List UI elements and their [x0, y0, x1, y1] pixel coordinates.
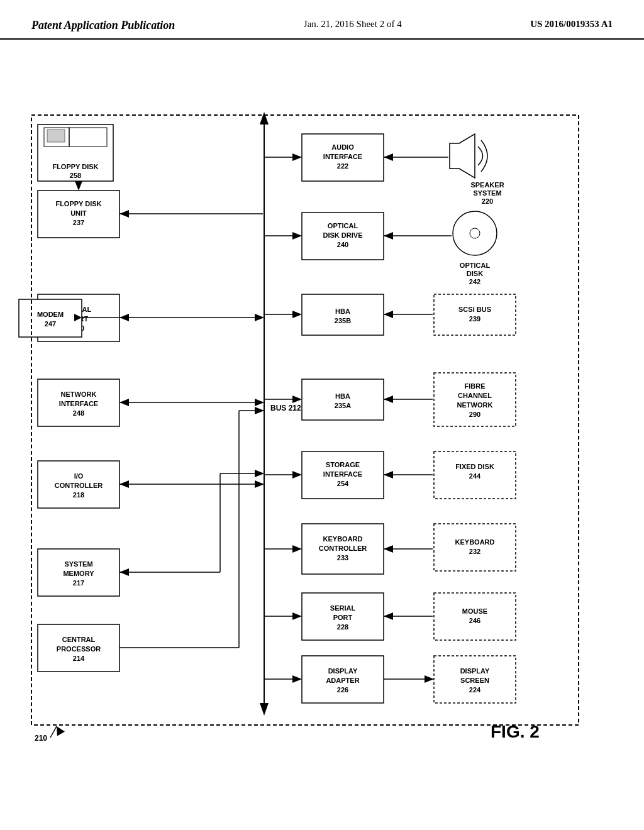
- svg-marker-26: [255, 480, 264, 488]
- patent-diagram: BUS 212 CENTRAL PROCESSOR 214 SYSTEM MEM…: [0, 46, 644, 788]
- svg-marker-33: [255, 399, 264, 406]
- svg-text:222: 222: [337, 162, 348, 170]
- svg-text:OPTICAL: OPTICAL: [460, 262, 491, 269]
- svg-marker-41: [119, 314, 129, 321]
- svg-text:INTERFACE: INTERFACE: [323, 153, 362, 160]
- svg-text:INTERFACE: INTERFACE: [59, 400, 98, 407]
- svg-marker-47: [119, 210, 129, 218]
- svg-text:SCSI BUS: SCSI BUS: [458, 306, 491, 313]
- svg-marker-104: [384, 612, 393, 620]
- svg-text:FIBRE: FIBRE: [465, 382, 486, 390]
- patent-number: US 2016/0019353 A1: [530, 19, 613, 30]
- svg-marker-20: [119, 568, 129, 576]
- svg-marker-109: [384, 545, 393, 553]
- svg-text:MOUSE: MOUSE: [462, 607, 487, 615]
- svg-text:DISPLAY: DISPLAY: [460, 667, 490, 675]
- svg-marker-134: [450, 134, 475, 178]
- svg-text:BUS 212: BUS 212: [270, 404, 301, 412]
- svg-text:KEYBOARD: KEYBOARD: [455, 538, 495, 546]
- svg-text:SYSTEM: SYSTEM: [473, 189, 501, 197]
- svg-text:224: 224: [469, 686, 481, 694]
- svg-text:290: 290: [469, 411, 480, 418]
- svg-text:235A: 235A: [335, 402, 351, 409]
- svg-marker-53: [292, 675, 302, 683]
- svg-marker-65: [292, 545, 302, 553]
- svg-marker-76: [292, 396, 302, 403]
- svg-text:233: 233: [337, 554, 348, 562]
- svg-text:DISK DRIVE: DISK DRIVE: [323, 231, 363, 239]
- svg-marker-147: [75, 181, 82, 191]
- svg-text:KEYBOARD: KEYBOARD: [323, 535, 363, 543]
- svg-text:CONTROLLER: CONTROLLER: [319, 545, 367, 552]
- svg-text:210: 210: [35, 734, 47, 743]
- svg-text:SYSTEM: SYSTEM: [64, 560, 92, 568]
- svg-marker-1: [260, 112, 269, 124]
- svg-text:226: 226: [337, 686, 348, 694]
- diagram-area: BUS 212 CENTRAL PROCESSOR 214 SYSTEM MEM…: [0, 46, 644, 788]
- sheet-info: Jan. 21, 2016 Sheet 2 of 4: [304, 19, 402, 30]
- svg-text:214: 214: [73, 655, 85, 662]
- svg-text:I/O: I/O: [74, 472, 84, 480]
- svg-text:247: 247: [45, 320, 56, 328]
- svg-text:220: 220: [482, 197, 493, 205]
- svg-marker-139: [384, 153, 393, 161]
- svg-text:UNIT: UNIT: [70, 209, 87, 217]
- svg-marker-19: [255, 470, 264, 477]
- svg-marker-34: [119, 399, 129, 406]
- svg-text:CHANNEL: CHANNEL: [458, 392, 492, 399]
- svg-rect-149: [19, 299, 82, 337]
- svg-text:237: 237: [73, 219, 84, 226]
- svg-text:MEMORY: MEMORY: [63, 570, 94, 577]
- svg-text:240: 240: [337, 241, 348, 248]
- svg-text:SCREEN: SCREEN: [460, 677, 489, 684]
- svg-text:242: 242: [469, 278, 480, 285]
- svg-text:244: 244: [469, 472, 481, 480]
- svg-text:OPTICAL: OPTICAL: [328, 222, 358, 230]
- svg-text:INTERFACE: INTERFACE: [323, 470, 362, 478]
- svg-text:228: 228: [337, 623, 348, 631]
- svg-text:217: 217: [73, 579, 84, 587]
- svg-marker-87: [292, 232, 302, 240]
- svg-text:FIG. 2: FIG. 2: [491, 722, 540, 741]
- svg-marker-126: [384, 311, 393, 318]
- svg-marker-2: [260, 703, 269, 716]
- svg-marker-71: [292, 471, 302, 479]
- svg-marker-93: [292, 153, 302, 161]
- svg-marker-81: [292, 311, 302, 318]
- svg-text:MODEM: MODEM: [37, 311, 64, 318]
- svg-text:235B: 235B: [335, 317, 351, 324]
- svg-text:232: 232: [469, 548, 480, 555]
- svg-rect-115: [434, 373, 516, 426]
- svg-text:STORAGE: STORAGE: [326, 461, 360, 468]
- svg-line-156: [50, 726, 57, 738]
- svg-text:ADAPTER: ADAPTER: [326, 677, 359, 684]
- svg-text:NETWORK: NETWORK: [61, 390, 97, 398]
- svg-marker-27: [119, 480, 129, 488]
- svg-text:DISPLAY: DISPLAY: [328, 667, 358, 675]
- svg-text:PORT: PORT: [333, 614, 353, 621]
- svg-text:CONTROLLER: CONTROLLER: [55, 482, 103, 489]
- publication-title: Patent Application Publication: [31, 19, 175, 32]
- svg-text:FLOPPY DISK: FLOPPY DISK: [55, 200, 101, 208]
- svg-marker-114: [384, 471, 393, 479]
- svg-text:258: 258: [70, 172, 81, 179]
- svg-marker-40: [255, 314, 264, 321]
- svg-marker-59: [292, 612, 302, 620]
- svg-point-128: [470, 228, 480, 238]
- svg-marker-133: [384, 232, 393, 240]
- svg-marker-121: [384, 396, 393, 403]
- svg-text:CENTRAL: CENTRAL: [62, 636, 96, 643]
- svg-marker-99: [425, 675, 434, 683]
- svg-text:DISK: DISK: [467, 270, 483, 277]
- page-header: Patent Application Publication Jan. 21, …: [0, 0, 644, 40]
- svg-rect-142: [47, 130, 65, 142]
- svg-text:218: 218: [73, 491, 84, 499]
- svg-text:SERIAL: SERIAL: [330, 604, 356, 612]
- svg-text:HBA: HBA: [335, 307, 350, 315]
- svg-text:HBA: HBA: [335, 392, 350, 400]
- svg-text:NETWORK: NETWORK: [457, 401, 493, 409]
- svg-text:246: 246: [469, 617, 480, 624]
- svg-text:FLOPPY DISK: FLOPPY DISK: [52, 163, 98, 170]
- svg-text:AUDIO: AUDIO: [331, 143, 354, 151]
- svg-text:FIXED DISK: FIXED DISK: [455, 463, 494, 470]
